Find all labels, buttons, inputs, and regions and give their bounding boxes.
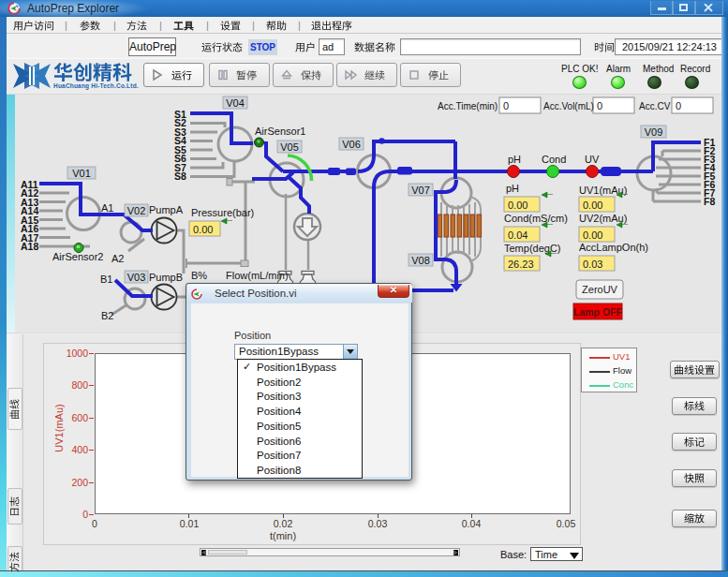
svg-text:V09: V09: [645, 126, 663, 138]
svg-text:Acc.Vol(mL): Acc.Vol(mL): [543, 101, 594, 111]
svg-text:S6: S6: [174, 153, 186, 164]
svg-text:26.23: 26.23: [508, 259, 534, 270]
svg-text:Flow(mL/min): Flow(mL/min): [226, 270, 289, 281]
svg-text:F5: F5: [704, 170, 715, 182]
svg-text:0: 0: [597, 100, 602, 111]
svg-text:pH: pH: [508, 154, 521, 165]
svg-text:Lamp OFF: Lamp OFF: [573, 306, 623, 318]
svg-text:S2: S2: [174, 117, 186, 128]
svg-text:Pressure(bar): Pressure(bar): [191, 207, 254, 218]
svg-text:0.00: 0.00: [508, 200, 527, 211]
svg-text:F2: F2: [704, 145, 715, 156]
svg-text:0.04: 0.04: [508, 229, 527, 241]
svg-text:Acc.CV: Acc.CV: [639, 101, 671, 111]
svg-text:PumpB: PumpB: [149, 272, 183, 283]
svg-text:PumpA: PumpA: [149, 204, 184, 215]
svg-text:V02: V02: [127, 205, 146, 216]
svg-text:F6: F6: [704, 179, 715, 190]
svg-text:A14: A14: [21, 205, 38, 216]
svg-text:Acc.Time(min): Acc.Time(min): [438, 101, 498, 111]
svg-text:Cond(mS/cm): Cond(mS/cm): [504, 213, 568, 224]
svg-text:B%: B%: [191, 270, 207, 281]
svg-text:Temp(degC): Temp(degC): [504, 243, 561, 254]
svg-text:AccLampOn(h): AccLampOn(h): [579, 242, 648, 253]
svg-text:A12: A12: [21, 187, 38, 199]
svg-text:S1: S1: [174, 109, 186, 120]
svg-text:0.00: 0.00: [193, 224, 213, 235]
svg-text:UV: UV: [585, 154, 600, 165]
svg-text:A2: A2: [111, 253, 124, 264]
svg-text:0.00: 0.00: [583, 229, 602, 241]
svg-text:ZeroUV: ZeroUV: [582, 284, 618, 295]
svg-text:UV1(mAu): UV1(mAu): [579, 185, 627, 196]
svg-text:0.03: 0.03: [583, 259, 602, 270]
svg-text:S7: S7: [174, 162, 186, 173]
svg-text:A17: A17: [21, 232, 38, 244]
svg-text:F8: F8: [704, 196, 715, 207]
svg-text:A13: A13: [21, 197, 38, 208]
svg-text:A15: A15: [21, 215, 38, 226]
svg-text:0.00: 0.00: [583, 200, 602, 211]
svg-text:pH: pH: [506, 183, 519, 194]
svg-text:0: 0: [676, 100, 681, 111]
svg-text:F4: F4: [704, 162, 715, 173]
svg-text:S8: S8: [174, 170, 186, 182]
svg-text:Cond: Cond: [542, 154, 566, 165]
svg-text:V01: V01: [72, 168, 91, 179]
svg-text:A16: A16: [21, 223, 38, 234]
svg-text:A1: A1: [101, 202, 113, 214]
svg-text:F1: F1: [704, 137, 715, 148]
svg-text:S3: S3: [174, 126, 186, 138]
svg-text:UV2(mAu): UV2(mAu): [579, 213, 627, 224]
svg-text:0: 0: [503, 100, 509, 111]
svg-text:B1: B1: [100, 274, 112, 285]
svg-text:V04: V04: [226, 97, 245, 109]
svg-text:B2: B2: [101, 310, 113, 321]
svg-text:A11: A11: [21, 179, 38, 190]
svg-text:F3: F3: [704, 154, 715, 165]
svg-text:V03: V03: [127, 272, 146, 283]
svg-text:V08: V08: [411, 255, 430, 266]
svg-text:S5: S5: [174, 144, 186, 155]
svg-text:F7: F7: [704, 187, 715, 199]
svg-text:A18: A18: [21, 241, 38, 252]
svg-text:S4: S4: [174, 135, 186, 146]
svg-text:V05: V05: [280, 141, 299, 153]
svg-text:AirSensor2: AirSensor2: [52, 251, 103, 262]
svg-text:V07: V07: [411, 185, 430, 196]
svg-text:V06: V06: [342, 139, 361, 150]
svg-text:AirSensor1: AirSensor1: [255, 126, 305, 137]
